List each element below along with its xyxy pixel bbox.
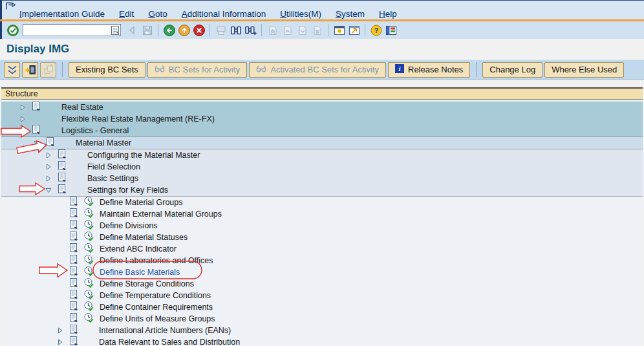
tree-row[interactable]: Data Relevant to Sales and Distribution [1,336,643,346]
expander-slot[interactable] [45,184,57,196]
tree-item-label[interactable]: Settings for Key Fields [87,186,168,195]
expanded-triangle-icon[interactable] [19,125,26,136]
tree-row[interactable]: Define Storage Conditions [1,278,643,290]
double-chevron-down-icon[interactable] [4,62,20,78]
img-activity-doc-icon[interactable] [69,301,80,314]
activated-bc-sets-for-activity-button[interactable]: Activated BC Sets for Activity [249,62,386,78]
menu-help[interactable]: Help [379,9,397,19]
exit-icon[interactable] [177,23,191,38]
bc-sets-for-activity-button[interactable]: BC Sets for Activity [147,62,248,78]
tree-row[interactable]: Field Selection [1,161,643,173]
tree-item-label[interactable]: Field Selection [87,162,140,171]
img-activity-doc-icon[interactable] [69,208,80,221]
tree-item-label[interactable]: Basic Settings [87,174,138,183]
menu-edit[interactable]: Edit [119,9,134,19]
first-page-icon[interactable] [265,23,280,38]
expander-slot[interactable] [19,125,31,136]
tree-row[interactable]: Define Material Groups [1,197,643,208]
tree-row[interactable]: Logistics - General [1,125,643,136]
execute-activity-icon[interactable] [83,254,94,267]
next-page-icon[interactable] [295,23,310,38]
img-activity-doc-icon[interactable] [31,124,42,137]
back-small-icon[interactable] [125,23,140,38]
last-page-icon[interactable] [310,23,325,38]
img-activity-doc-icon[interactable] [57,160,68,173]
img-activity-doc-icon[interactable] [69,289,80,302]
tree-row[interactable]: Maintain External Material Groups [1,208,643,220]
tree-row[interactable]: Define Material Statuses [1,232,643,243]
create-shortcut-icon[interactable] [347,23,361,38]
command-input[interactable] [23,24,121,36]
new-session-icon[interactable] [332,23,347,38]
img-activity-doc-icon[interactable] [69,219,80,232]
tree-item-label[interactable]: Material Master [76,138,131,147]
where-else-used-button[interactable]: Where Else Used [544,62,624,78]
enter-icon[interactable] [5,23,20,38]
tree-item-label[interactable]: Maintain External Material Groups [100,210,222,219]
img-activity-doc-icon[interactable] [69,196,80,209]
system-window-icon[interactable] [5,1,17,13]
execute-activity-icon[interactable] [83,219,94,232]
img-activity-doc-icon[interactable] [69,324,80,337]
tree-item-label[interactable]: Define Material Groups [100,198,183,207]
expander-slot[interactable] [19,102,31,113]
img-activity-doc-icon[interactable] [57,184,68,197]
tree-row[interactable]: Configuring the Material Master [1,149,643,161]
collapsed-triangle-icon[interactable] [45,149,52,161]
find-icon[interactable] [228,23,243,38]
tree-row[interactable]: Extend ABC Indicator [1,243,643,255]
execute-activity-icon[interactable] [83,243,94,255]
img-activity-doc-icon[interactable] [57,149,68,162]
expander-slot[interactable] [45,149,57,161]
img-activity-doc-icon[interactable] [69,254,80,267]
collapsed-triangle-icon[interactable] [19,113,26,125]
expanded-triangle-icon[interactable] [45,184,52,196]
help-icon[interactable]: ? [369,23,383,38]
tree-row[interactable]: Define Units of Measure Groups [1,313,643,325]
cancel-icon[interactable] [191,23,206,38]
collapsed-triangle-icon[interactable] [57,336,63,346]
save-icon[interactable] [140,23,155,38]
menu-goto[interactable]: Goto [148,9,167,19]
tree-item-label[interactable]: Define Material Statuses [100,233,188,242]
tree-row[interactable]: Define Laboratories and Offices [1,255,643,266]
expander-slot[interactable] [57,325,69,336]
collapsed-triangle-icon[interactable] [57,325,63,336]
tree-item-label[interactable]: Flexible Real Estate Management (RE-FX) [61,114,215,124]
menu-system[interactable]: System [336,9,365,19]
tree-item-label[interactable]: Define Temperature Conditions [100,291,211,300]
img-activity-doc-icon[interactable] [31,102,42,114]
print-icon[interactable] [213,23,228,38]
expander-slot[interactable] [45,173,57,184]
tree-row[interactable]: Settings for Key Fields [1,184,643,196]
tree-row[interactable]: Define Basic Materials [1,266,643,278]
expander-slot[interactable] [34,137,45,149]
release-notes-button[interactable]: iRelease Notes [388,62,470,78]
expander-slot[interactable] [57,336,69,346]
img-activity-doc-icon[interactable] [69,312,80,325]
position-window-icon[interactable] [22,62,38,78]
menu-additional-information[interactable]: Additional Information [182,9,266,19]
img-activity-doc-icon[interactable] [69,277,80,290]
menu-implementation-guide[interactable]: Implementation Guide [19,9,105,19]
expander-slot[interactable] [45,161,57,173]
img-activity-doc-icon[interactable] [69,243,80,255]
tree-item-label[interactable]: Define Divisions [100,221,158,230]
execute-activity-icon[interactable] [83,289,94,302]
tree-item-label[interactable]: Extend ABC Indicator [100,244,177,254]
find-next-icon[interactable] [243,23,258,38]
collapsed-triangle-icon[interactable] [45,161,52,173]
tree-item-label[interactable]: Define Units of Measure Groups [100,314,215,323]
tree-row[interactable]: Basic Settings [1,173,643,184]
tree-row[interactable]: Real Estate [1,102,643,113]
execute-activity-icon[interactable] [83,196,94,209]
existing-bc-sets-button[interactable]: Existing BC Sets [69,62,145,78]
execute-activity-icon[interactable] [83,312,94,325]
tree-item-label[interactable]: Define Storage Conditions [100,279,194,288]
back-icon[interactable] [162,23,177,38]
img-activity-doc-icon[interactable] [69,336,80,346]
tree-item-label[interactable]: Logistics - General [61,126,129,135]
menu-utilities[interactable]: Utilities(M) [280,9,321,19]
expander-slot[interactable] [19,113,31,125]
execute-activity-icon[interactable] [83,277,94,290]
